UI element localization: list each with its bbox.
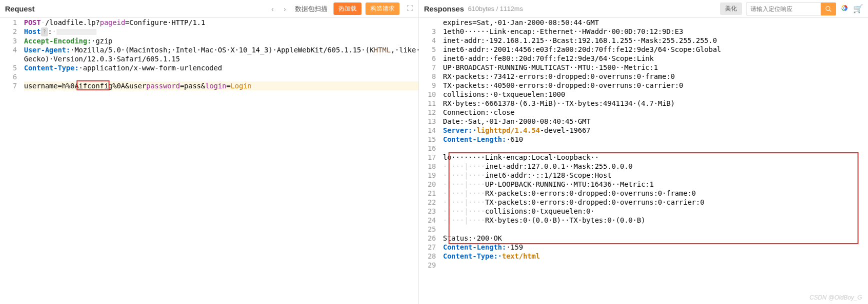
- response-line: 9TX·packets:·40500·errors:0·dropped:0·ov…: [419, 81, 868, 90]
- svg-line-1: [830, 9, 832, 11]
- host-header: Host: [24, 27, 41, 35]
- scan-link[interactable]: 数据包扫描: [293, 4, 330, 13]
- response-line: 19·|···|····inet6·addr:·::1/128·Scope:Ho…: [419, 171, 868, 180]
- redacted-host: [56, 29, 96, 35]
- response-search: [746, 2, 836, 15]
- response-line: 17lo········Link·encap:Local·Loopback··: [419, 153, 868, 162]
- http-method: POST: [24, 18, 41, 26]
- expand-icon[interactable]: [406, 4, 414, 13]
- response-line: 8RX·packets:·73412·errors:0·dropped:0·ov…: [419, 72, 868, 81]
- request-header: Request ‹ › 数据包扫描 热加载 构造请求: [0, 0, 418, 18]
- prev-arrow-icon[interactable]: ‹: [268, 5, 277, 13]
- hot-load-button[interactable]: 热加载: [334, 2, 362, 15]
- response-code[interactable]: expires=Sat,·01·Jan·2000·08:50:44·GMT31e…: [419, 18, 868, 304]
- content-type-header: Content-Type:: [24, 64, 79, 72]
- response-header: Responses 610bytes / 1112ms 美化 🛒: [419, 0, 868, 18]
- response-line: 5inet6·addr:·2001:4456:e03f:2a00:20d:70f…: [419, 45, 868, 54]
- injected-command: ifconfig: [79, 82, 112, 90]
- response-line: 18·|···|····inet·addr:127.0.0.1··Mask:25…: [419, 162, 868, 171]
- beautify-button[interactable]: 美化: [720, 2, 742, 15]
- response-line: 12Connection:·close: [419, 108, 868, 117]
- response-line: 23·|···|····collisions:0·txqueuelen:0·: [419, 207, 868, 216]
- accept-encoding-header: Accept-Encoding:: [24, 37, 92, 45]
- response-line: 7UP·BROADCAST·RUNNING·MULTICAST··MTU:·15…: [419, 63, 868, 72]
- build-request-button[interactable]: 构造请求: [366, 2, 400, 15]
- next-arrow-icon[interactable]: ›: [280, 5, 289, 13]
- response-line: 11RX·bytes:·6661378·(6.3·MiB)··TX·bytes:…: [419, 99, 868, 108]
- response-line: 22·|···|····TX·packets:0·errors:0·droppe…: [419, 198, 868, 207]
- response-line: 15Content-Length:·610: [419, 135, 868, 144]
- response-line: 27Content-Length:·159: [419, 243, 868, 252]
- search-button[interactable]: [821, 2, 836, 15]
- response-line: 16: [419, 144, 868, 153]
- response-line: 24·|···|····RX·bytes:0·(0.0·B)··TX·bytes…: [419, 216, 868, 225]
- svg-point-0: [826, 6, 830, 10]
- response-line: 29: [419, 261, 868, 270]
- response-line: 31eth0······Link·encap:·Ethernet··HWaddr…: [419, 27, 868, 36]
- response-line: 13Date:·Sat,·01·Jan·2000·08:40:45·GMT: [419, 117, 868, 126]
- response-line: 4inet·addr:·192.168.1.215··Bcast:192.168…: [419, 36, 868, 45]
- response-line: 14Server:·lighttpd/1.4.54-devel-19667: [419, 126, 868, 135]
- response-line: 25: [419, 225, 868, 234]
- user-agent-header: User-Agent:: [24, 46, 70, 54]
- response-line: 21·|···|····RX·packets:0·errors:0·droppe…: [419, 189, 868, 198]
- svg-point-4: [844, 7, 846, 9]
- response-stats: 610bytes / 1112ms: [468, 5, 523, 12]
- response-title: Responses: [424, 4, 464, 13]
- response-line: 28Content-Type:·text/html: [419, 252, 868, 261]
- response-line: 20·|···|····UP·LOOPBACK·RUNNING··MTU:164…: [419, 180, 868, 189]
- search-input[interactable]: [746, 2, 821, 15]
- response-line: 6inet6·addr:·fe80::20d:70ff:fe12:9de3/64…: [419, 54, 868, 63]
- response-line: expires=Sat,·01·Jan·2000·08:50:44·GMT: [419, 18, 868, 27]
- response-panel: Responses 610bytes / 1112ms 美化 🛒 expires…: [419, 0, 868, 304]
- response-line: 10collisions:·0·txqueuelen:1000: [419, 90, 868, 99]
- request-title: Request: [5, 4, 34, 13]
- chrome-icon[interactable]: [840, 3, 849, 14]
- request-code[interactable]: 1POST·/loadfile.lp?pageid=Configure·HTTP…: [0, 18, 418, 304]
- cart-icon[interactable]: 🛒: [853, 4, 863, 13]
- unknown-box-icon: ?: [41, 27, 48, 36]
- request-panel: Request ‹ › 数据包扫描 热加载 构造请求 1POST·/loadfi…: [0, 0, 419, 304]
- response-line: 26Status:·200·OK: [419, 234, 868, 243]
